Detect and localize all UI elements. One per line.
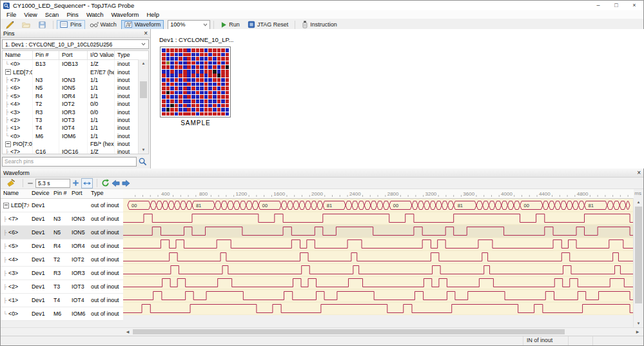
signal-row[interactable]: ├<1>Dev1T4IOT4out of inout: [1, 294, 123, 307]
pin-row[interactable]: ├<2>T3IOT31/1inout: [3, 116, 148, 124]
menu-item-waveform[interactable]: Waveform: [107, 10, 142, 19]
fit-horizontal-button[interactable]: [81, 178, 93, 188]
svg-text:81: 81: [589, 203, 594, 209]
instruction-button[interactable]: Instruction: [298, 20, 340, 30]
column-header[interactable]: Pin #: [33, 51, 59, 59]
pins-toggle-button[interactable]: Pins: [57, 20, 85, 30]
pin-io-value-cell: 1/1: [88, 124, 115, 132]
broom-icon: [6, 179, 15, 187]
scroll-thumb[interactable]: [133, 329, 565, 334]
waveform-vscrollbar[interactable]: ▲ ▼: [633, 198, 643, 327]
scroll-down-icon[interactable]: ▼: [139, 146, 148, 154]
signal-row[interactable]: ├<7>Dev1N3ION3out of inout: [1, 212, 123, 226]
package-pin: [170, 61, 174, 65]
next-icon[interactable]: [122, 179, 130, 187]
scroll-up-icon[interactable]: ▲: [139, 59, 148, 67]
signal-row[interactable]: └<0>Dev1M6IOM6out of inout: [1, 307, 123, 321]
signal-row[interactable]: ├<5>Dev1R4IOR4out of inout: [1, 239, 123, 253]
scroll-down-icon[interactable]: ▼: [634, 320, 643, 327]
minimize-button[interactable]: –: [589, 1, 607, 10]
svg-text:400: 400: [161, 191, 170, 197]
menu-item-view[interactable]: View: [20, 10, 41, 19]
pin-row[interactable]: ├<3>R3IOR30/0inout: [3, 108, 148, 116]
scroll-thumb[interactable]: [140, 81, 147, 98]
signal-row[interactable]: ├<6>Dev1N5ION5out of inout: [1, 226, 123, 239]
waveform-traces[interactable]: 0081008100810081: [123, 199, 634, 315]
pin-row[interactable]: LED[7:0]E7/E7 (hex)inout: [3, 68, 148, 76]
close-button[interactable]: ×: [625, 1, 643, 10]
scroll-thumb[interactable]: [635, 207, 642, 303]
package-pin: [204, 48, 208, 52]
waveform-hscrollbar[interactable]: ◀ ▶: [1, 327, 643, 336]
chip-package[interactable]: [160, 46, 231, 117]
scroll-left-icon[interactable]: ◀: [123, 328, 132, 336]
signal-row[interactable]: ├<3>Dev1R3IOR3out of inout: [1, 267, 123, 280]
pin-row[interactable]: ├<4>T2IOT20/0inout: [3, 100, 148, 108]
collapse-icon[interactable]: [5, 141, 11, 147]
pin-row[interactable]: ├<7>N3ION31/1inout: [3, 76, 148, 84]
column-header[interactable]: Port: [59, 51, 88, 59]
collapse-icon[interactable]: [5, 69, 11, 75]
pin-port-cell: [59, 68, 88, 76]
signal-row[interactable]: ├<4>Dev1T2IOT2out of inout: [1, 253, 123, 267]
signal-row[interactable]: ├<2>Dev1T3IOT3out of inout: [1, 280, 123, 294]
column-header[interactable]: Pin #: [51, 189, 69, 198]
column-header[interactable]: Name: [3, 51, 33, 59]
pins-close-icon[interactable]: ×: [144, 30, 148, 37]
zoom-in-icon[interactable]: [72, 179, 79, 187]
zoom-select[interactable]: 100%: [168, 20, 210, 30]
menu-item-scan[interactable]: Scan: [41, 10, 63, 19]
column-header[interactable]: Type: [115, 51, 141, 59]
column-header[interactable]: Type: [88, 189, 123, 198]
save-button[interactable]: [35, 20, 50, 30]
menu-item-watch[interactable]: Watch: [83, 10, 108, 19]
time-span-input[interactable]: [35, 179, 70, 188]
pin-row[interactable]: ├<1>T4IOT41/1inout: [3, 124, 148, 132]
package-pin: [226, 91, 229, 95]
pin-row[interactable]: └<0>M6IOM61/1inout: [3, 132, 148, 140]
run-button[interactable]: Run: [217, 20, 243, 30]
jtag-reset-button[interactable]: JTAG Reset: [244, 20, 291, 30]
pin-row[interactable]: ├<6>N5ION51/1inout: [3, 84, 148, 92]
maximize-button[interactable]: □: [607, 1, 625, 10]
collapse-icon[interactable]: [3, 203, 9, 209]
probe-button[interactable]: [3, 20, 17, 30]
clear-waveform-button[interactable]: [3, 178, 19, 188]
scroll-right-icon[interactable]: ▶: [633, 328, 642, 336]
scroll-up-icon[interactable]: ▲: [634, 198, 643, 206]
signal-row[interactable]: LED[7:0]Dev1out of inout: [1, 199, 123, 212]
package-pin: [170, 70, 174, 74]
package-pin: [166, 104, 170, 108]
tree-line: ├: [5, 93, 10, 99]
waveform-close-icon[interactable]: ×: [637, 169, 641, 176]
package-pin: [191, 53, 195, 57]
watch-toggle-button[interactable]: Watch: [86, 20, 120, 30]
pin-row[interactable]: ├<7>C16IOC161/Zinout: [3, 148, 148, 154]
column-header[interactable]: Port: [69, 189, 88, 198]
column-header[interactable]: I/O Value: [88, 51, 115, 59]
zoom-out-icon[interactable]: [27, 180, 34, 187]
package-pin: [204, 99, 208, 103]
waveform-toggle-button[interactable]: Waveform: [121, 20, 164, 30]
pin-name-cell: └<0>: [3, 60, 33, 68]
pin-row[interactable]: └<0>B13IOB131/Zinout: [3, 60, 148, 68]
search-icon[interactable]: [139, 158, 147, 166]
menu-item-file[interactable]: File: [3, 10, 20, 19]
pin-row[interactable]: PIO[7:0]FB/* (hex)inout: [3, 140, 148, 148]
menu-item-help[interactable]: Help: [142, 10, 163, 19]
package-pin: [204, 61, 208, 65]
package-pin: [191, 86, 195, 90]
column-header[interactable]: Device: [29, 189, 51, 198]
menu-item-pins[interactable]: Pins: [63, 10, 82, 19]
package-pin: [213, 57, 217, 61]
package-pin: [213, 104, 217, 108]
package-pin: [183, 86, 187, 90]
device-selector[interactable]: 1. Dev1 : CYCLONE_10_LP_10CL025U256: [2, 39, 149, 49]
open-button[interactable]: [19, 20, 34, 30]
refresh-icon[interactable]: [101, 179, 110, 187]
pin-row[interactable]: ├<5>R4IOR41/1inout: [3, 92, 148, 100]
prev-icon[interactable]: [112, 179, 120, 187]
column-header[interactable]: Name: [1, 189, 29, 198]
search-input[interactable]: [2, 157, 137, 167]
pins-scrollbar[interactable]: ▲ ▼: [138, 59, 148, 154]
